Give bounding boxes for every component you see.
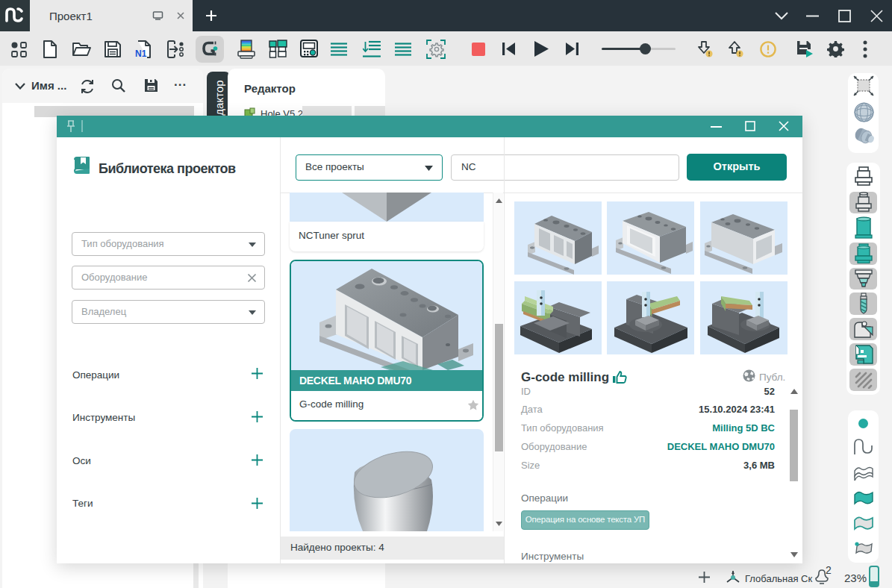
svg-text:N1: N1	[135, 49, 147, 58]
svg-text:2: 2	[826, 566, 832, 576]
